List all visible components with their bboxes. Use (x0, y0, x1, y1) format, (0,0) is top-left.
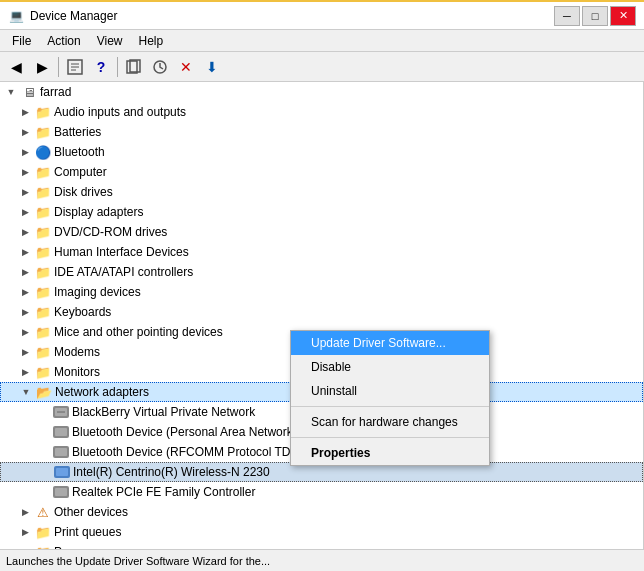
tree-item-batteries[interactable]: 📁 Batteries (0, 122, 643, 142)
tree-item-dvd[interactable]: 📁 DVD/CD-ROM drives (0, 222, 643, 242)
audio-chevron (18, 105, 32, 119)
svg-rect-5 (130, 60, 140, 72)
tree-item-keyboards[interactable]: 📁 Keyboards (0, 302, 643, 322)
batteries-chevron (18, 125, 32, 139)
ctx-properties[interactable]: Properties (291, 441, 489, 465)
modems-chevron (18, 345, 32, 359)
menu-action[interactable]: Action (39, 32, 88, 50)
scan-button[interactable] (122, 55, 146, 79)
svg-rect-17 (55, 488, 67, 496)
menu-help[interactable]: Help (131, 32, 172, 50)
toolbar: ◀ ▶ ? ✕ ⬇ (0, 52, 644, 82)
display-chevron (18, 205, 32, 219)
other-chevron (18, 505, 32, 519)
svg-rect-11 (55, 428, 67, 436)
tree-item-computer[interactable]: 📁 Computer (0, 162, 643, 182)
keyboards-chevron (18, 305, 32, 319)
disk-icon: 📁 (35, 184, 51, 200)
tree-item-print[interactable]: 📁 Print queues (0, 522, 643, 542)
tree-item-bluetooth[interactable]: 🔵 Bluetooth (0, 142, 643, 162)
minimize-button[interactable]: ─ (554, 6, 580, 26)
tree-item-display[interactable]: 📁 Display adapters (0, 202, 643, 222)
intel-label: Intel(R) Centrino(R) Wireless-N 2230 (73, 465, 270, 479)
help-button[interactable]: ? (89, 55, 113, 79)
btrfcomm-label: Bluetooth Device (RFCOMM Protocol TDI) (72, 445, 298, 459)
keyboards-label: Keyboards (54, 305, 111, 319)
svg-rect-15 (56, 468, 68, 476)
print-icon: 📁 (35, 524, 51, 540)
app-icon: 💻 (8, 8, 24, 24)
batteries-icon: 📁 (35, 124, 51, 140)
realtek-label: Realtek PCIe FE Family Controller (72, 485, 255, 499)
dvd-chevron (18, 225, 32, 239)
tree-item-ide[interactable]: 📁 IDE ATA/ATAPI controllers (0, 262, 643, 282)
btrfcomm-icon (53, 444, 69, 460)
ctx-sep-2 (291, 437, 489, 438)
svg-rect-13 (55, 448, 67, 456)
bluetooth-icon: 🔵 (35, 144, 51, 160)
imaging-label: Imaging devices (54, 285, 141, 299)
window-controls: ─ □ ✕ (554, 6, 636, 26)
ctx-update[interactable]: Update Driver Software... (291, 331, 489, 355)
computer-chevron (18, 165, 32, 179)
btpa-label: Bluetooth Device (Personal Area Network) (72, 425, 297, 439)
hid-chevron (18, 245, 32, 259)
computer-icon: 📁 (35, 164, 51, 180)
ide-icon: 📁 (35, 264, 51, 280)
maximize-button[interactable]: □ (582, 6, 608, 26)
netadapters-label: Network adapters (55, 385, 149, 399)
audio-label: Audio inputs and outputs (54, 105, 186, 119)
tree-item-realtek[interactable]: Realtek PCIe FE Family Controller (0, 482, 643, 502)
tree-item-disk[interactable]: 📁 Disk drives (0, 182, 643, 202)
netadapters-chevron (19, 385, 33, 399)
tree-root[interactable]: 🖥 farrad (0, 82, 643, 102)
processors-chevron (18, 545, 32, 549)
ide-label: IDE ATA/ATAPI controllers (54, 265, 193, 279)
display-icon: 📁 (35, 204, 51, 220)
monitors-icon: 📁 (35, 364, 51, 380)
tree-item-hid[interactable]: 📁 Human Interface Devices (0, 242, 643, 262)
intel-icon (54, 464, 70, 480)
disk-chevron (18, 185, 32, 199)
tree-view[interactable]: 🖥 farrad 📁 Audio inputs and outputs 📁 Ba… (0, 82, 644, 549)
bluetooth-chevron (18, 145, 32, 159)
context-menu: Update Driver Software... Disable Uninst… (290, 330, 490, 466)
update-button[interactable]: ⬇ (200, 55, 224, 79)
ide-chevron (18, 265, 32, 279)
scan-hardware-button[interactable] (148, 55, 172, 79)
tree-item-other[interactable]: ⚠ Other devices (0, 502, 643, 522)
menu-view[interactable]: View (89, 32, 131, 50)
title-text: Device Manager (30, 9, 554, 23)
ctx-disable[interactable]: Disable (291, 355, 489, 379)
ctx-uninstall[interactable]: Uninstall (291, 379, 489, 403)
bberry-label: BlackBerry Virtual Private Network (72, 405, 255, 419)
batteries-label: Batteries (54, 125, 101, 139)
status-text: Launches the Update Driver Software Wiza… (6, 555, 270, 567)
tree-item-audio[interactable]: 📁 Audio inputs and outputs (0, 102, 643, 122)
uninstall-button[interactable]: ✕ (174, 55, 198, 79)
toolbar-sep-2 (117, 57, 118, 77)
root-chevron (4, 85, 18, 99)
tree-item-processors[interactable]: 📁 Processors (0, 542, 643, 549)
show-properties-button[interactable] (63, 55, 87, 79)
menu-bar: File Action View Help (0, 30, 644, 52)
computer-label: Computer (54, 165, 107, 179)
modems-icon: 📁 (35, 344, 51, 360)
realtek-icon (53, 484, 69, 500)
processors-label: Processors (54, 545, 114, 549)
svg-rect-4 (127, 61, 137, 73)
back-button[interactable]: ◀ (4, 55, 28, 79)
tree-item-imaging[interactable]: 📁 Imaging devices (0, 282, 643, 302)
display-label: Display adapters (54, 205, 143, 219)
status-bar: Launches the Update Driver Software Wiza… (0, 549, 644, 571)
keyboards-icon: 📁 (35, 304, 51, 320)
menu-file[interactable]: File (4, 32, 39, 50)
ctx-scan[interactable]: Scan for hardware changes (291, 410, 489, 434)
main-area: 🖥 farrad 📁 Audio inputs and outputs 📁 Ba… (0, 82, 644, 549)
close-button[interactable]: ✕ (610, 6, 636, 26)
other-label: Other devices (54, 505, 128, 519)
imaging-icon: 📁 (35, 284, 51, 300)
forward-button[interactable]: ▶ (30, 55, 54, 79)
bberry-icon (53, 404, 69, 420)
audio-icon: 📁 (35, 104, 51, 120)
